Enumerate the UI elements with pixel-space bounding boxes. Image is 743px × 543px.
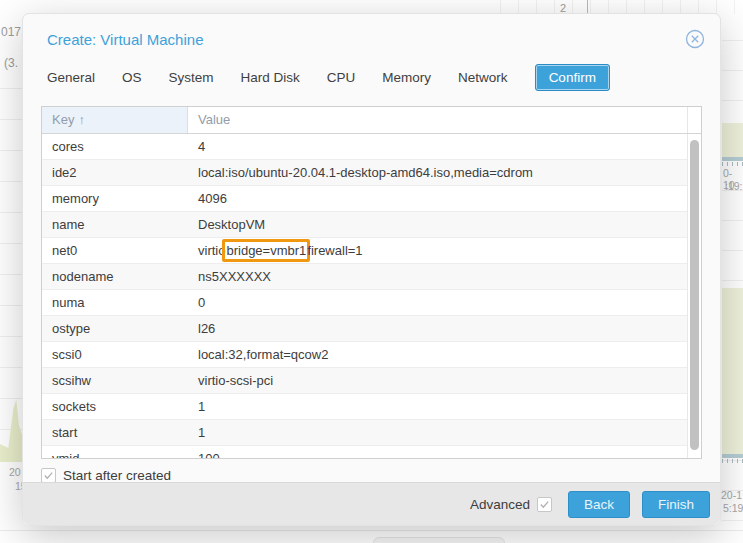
background-axis-label: 20: [9, 466, 21, 478]
background-chart-band: [722, 454, 743, 458]
scrollbar-thumb[interactable]: [690, 140, 699, 450]
background-chart-band: [722, 157, 743, 161]
key-cell: start: [42, 420, 188, 445]
background-text-fragment: (3.: [4, 56, 18, 70]
key-cell: scsi0: [42, 342, 188, 367]
key-cell: nodename: [42, 264, 188, 289]
column-header-key-label: Key: [52, 112, 74, 127]
net0-value-before: virtio: [198, 243, 225, 258]
tab-network[interactable]: Network: [458, 70, 508, 85]
value-cell: virtiobridge=vmbr1firewall=1: [188, 238, 701, 263]
table-scrollbar[interactable]: [687, 134, 701, 458]
close-icon[interactable]: [685, 29, 705, 49]
value-cell: local:iso/ubuntu-20.04.1-desktop-amd64.i…: [188, 160, 701, 185]
table-row[interactable]: name DesktopVM: [42, 212, 701, 238]
value-cell: 1: [188, 394, 701, 419]
advanced-label: Advanced: [470, 497, 530, 512]
sort-ascending-icon: ↑: [78, 112, 85, 127]
tab-confirm[interactable]: Confirm: [535, 64, 610, 91]
key-cell: name: [42, 212, 188, 237]
key-cell: memory: [42, 186, 188, 211]
table-row[interactable]: scsihw virtio-scsi-pci: [42, 368, 701, 394]
start-after-created-checkbox[interactable]: [41, 468, 56, 483]
value-cell: 0: [188, 290, 701, 315]
tab-cpu[interactable]: CPU: [327, 70, 356, 85]
finish-button[interactable]: Finish: [642, 491, 710, 518]
advanced-checkbox[interactable]: [537, 497, 552, 512]
background-axis-ticks: [722, 162, 743, 166]
tab-hard-disk[interactable]: Hard Disk: [241, 70, 300, 85]
key-cell: scsihw: [42, 368, 188, 393]
background-element: [373, 537, 505, 543]
table-row-net0[interactable]: net0 virtiobridge=vmbr1firewall=1: [42, 238, 701, 264]
table-row[interactable]: numa 0: [42, 290, 701, 316]
background-gridlines-left: [0, 88, 22, 468]
dialog-footer: Advanced Back Finish: [23, 482, 720, 525]
background-text-fragment: 017.: [1, 25, 24, 39]
value-cell: 100: [188, 446, 701, 459]
tab-os[interactable]: OS: [122, 70, 142, 85]
background-axis-label: 20-1: [721, 489, 742, 501]
column-header-spacer: [687, 107, 701, 133]
table-row[interactable]: sockets 1: [42, 394, 701, 420]
table-row[interactable]: scsi0 local:32,format=qcow2: [42, 342, 701, 368]
key-cell: net0: [42, 238, 188, 263]
start-after-created-label: Start after created: [63, 468, 171, 483]
table-row[interactable]: ostype l26: [42, 316, 701, 342]
column-header-value-label: Value: [198, 112, 230, 127]
net0-value-after: firewall=1: [307, 243, 362, 258]
background-gridlines-top: [500, 0, 743, 14]
table-row[interactable]: cores 4: [42, 134, 701, 160]
value-cell: DesktopVM: [188, 212, 701, 237]
table-row[interactable]: ide2 local:iso/ubuntu-20.04.1-desktop-am…: [42, 160, 701, 186]
key-cell: numa: [42, 290, 188, 315]
create-vm-dialog: Create: Virtual Machine General OS Syste…: [22, 13, 721, 526]
table-header-row: Key↑ Value: [42, 107, 701, 134]
value-cell: 4096: [188, 186, 701, 211]
background-axis-ticks: [722, 459, 743, 463]
value-cell: ns5XXXXXX: [188, 264, 701, 289]
value-cell: 1: [188, 420, 701, 445]
background-axis-label: :19:: [725, 180, 743, 192]
column-header-key[interactable]: Key↑: [42, 107, 188, 133]
back-button[interactable]: Back: [568, 491, 630, 518]
key-cell: cores: [42, 134, 188, 159]
key-cell: ostype: [42, 316, 188, 341]
tab-system[interactable]: System: [169, 70, 214, 85]
column-header-value[interactable]: Value: [188, 107, 687, 133]
key-cell: sockets: [42, 394, 188, 419]
table-row[interactable]: start 1: [42, 420, 701, 446]
background-axis-label: 5:19: [723, 502, 743, 514]
tab-memory[interactable]: Memory: [382, 70, 431, 85]
advanced-option[interactable]: Advanced: [470, 497, 552, 512]
tab-bar: General OS System Hard Disk CPU Memory N…: [23, 58, 720, 96]
value-cell: l26: [188, 316, 701, 341]
background-area-chart: [722, 123, 743, 161]
dialog-header: Create: Virtual Machine: [23, 14, 720, 58]
value-cell: virtio-scsi-pci: [188, 368, 701, 393]
background-divider-line: [0, 530, 743, 531]
start-after-created-option[interactable]: Start after created: [41, 468, 702, 483]
table-row[interactable]: vmid 100: [42, 446, 701, 459]
table-body: cores 4 ide2 local:iso/ubuntu-20.04.1-de…: [42, 134, 701, 459]
key-cell: vmid: [42, 446, 188, 459]
dialog-title: Create: Virtual Machine: [47, 31, 696, 48]
value-cell: 4: [188, 134, 701, 159]
table-row[interactable]: nodename ns5XXXXXX: [42, 264, 701, 290]
confirm-settings-table: Key↑ Value cores 4 ide2 local:iso/ubuntu…: [41, 106, 702, 459]
key-cell: ide2: [42, 160, 188, 185]
background-area-chart: [722, 288, 743, 458]
value-cell: local:32,format=qcow2: [188, 342, 701, 367]
table-row[interactable]: memory 4096: [42, 186, 701, 212]
tab-general[interactable]: General: [47, 70, 95, 85]
highlight-annotation-box: bridge=vmbr1: [222, 239, 310, 262]
